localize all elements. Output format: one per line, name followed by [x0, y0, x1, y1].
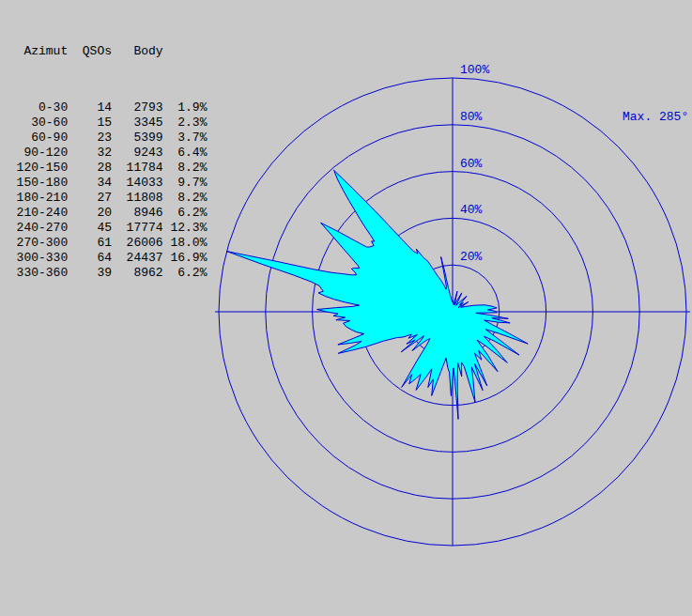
- max-azimuth-label: Max. 285°: [623, 110, 688, 124]
- app-window: Azimut QSOs Body 0-30 14 2793 1.9% 30-60…: [0, 0, 692, 616]
- ring-label: 40%: [460, 203, 483, 217]
- ring-label: 100%: [460, 63, 489, 77]
- ring-label: 60%: [460, 157, 483, 171]
- radiation-pattern-shape: [227, 170, 529, 419]
- radiation-pattern: [227, 170, 529, 419]
- ring-label: 20%: [460, 250, 483, 264]
- ring-labels: 20%40%60%80%100%: [460, 63, 489, 264]
- azimuth-polar-chart: 20%40%60%80%100% Max. 285°: [0, 0, 692, 616]
- ring-label: 80%: [460, 110, 483, 124]
